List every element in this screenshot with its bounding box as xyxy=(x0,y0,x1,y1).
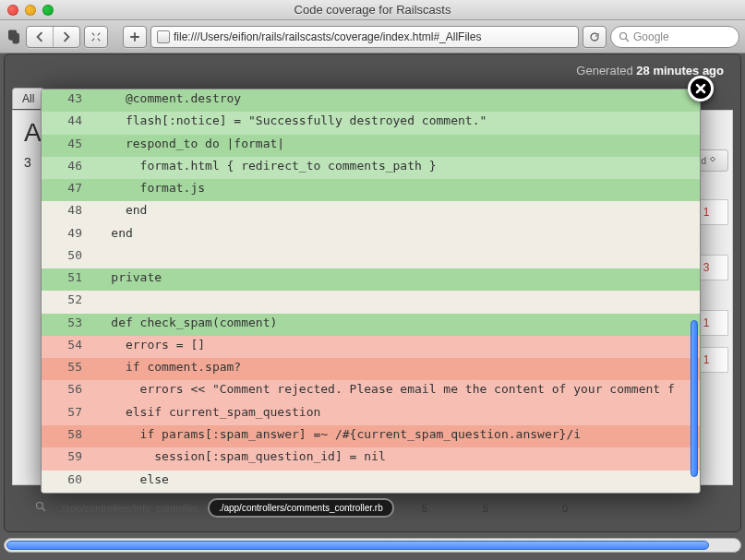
code-line: 50 xyxy=(42,246,700,268)
zoom-window-button[interactable] xyxy=(42,5,54,16)
window-scrollbar-thumb[interactable] xyxy=(6,541,709,550)
line-number: 58 xyxy=(42,425,82,447)
close-window-button[interactable] xyxy=(7,5,18,16)
breadcrumb-col2: 5 xyxy=(455,500,516,517)
bg-count: 3 xyxy=(24,155,31,170)
code-text: else xyxy=(82,471,700,493)
code-line: 60 else xyxy=(42,471,700,493)
breadcrumb-col1: 5 xyxy=(394,500,455,517)
source-modal: 43 @comment.destroy44 flash[:notice] = "… xyxy=(41,89,701,494)
code-text: elsif current_spam_question xyxy=(82,403,700,425)
minimize-window-button[interactable] xyxy=(25,5,36,16)
evernote-icon[interactable] xyxy=(6,29,22,45)
code-text: errors = [] xyxy=(82,336,700,358)
window-horizontal-scrollbar[interactable] xyxy=(4,538,741,553)
code-line: 53 def check_spam(comment) xyxy=(42,314,700,336)
traffic-lights xyxy=(7,5,54,16)
code-table: 43 @comment.destroy44 flash[:notice] = "… xyxy=(42,89,700,493)
line-number: 48 xyxy=(42,201,82,223)
file-breadcrumb: ./app/controllers/info_controller. ./app… xyxy=(35,498,595,518)
code-text: errors << "Comment rejected. Please emai… xyxy=(82,380,700,402)
window-title: Code coverage for Railscasts xyxy=(294,3,451,17)
nav-buttons xyxy=(26,26,80,48)
line-number: 59 xyxy=(42,447,82,470)
code-line: 49 end xyxy=(42,224,700,246)
window-titlebar: Code coverage for Railscasts xyxy=(0,0,745,20)
line-number: 47 xyxy=(42,179,82,201)
forward-button[interactable] xyxy=(54,27,79,47)
line-number: 54 xyxy=(42,336,82,358)
search-icon xyxy=(619,31,630,42)
svg-point-1 xyxy=(37,503,43,509)
code-text: session[:spam_question_id] = nil xyxy=(82,447,700,470)
url-text: file:///Users/eifion/rails/railscasts/co… xyxy=(174,30,481,43)
code-line: 58 if params[:spam_answer] =~ /#{current… xyxy=(42,425,700,447)
code-line: 51 private xyxy=(42,268,700,291)
code-line: 56 errors << "Comment rejected. Please e… xyxy=(42,380,700,402)
code-line: 48 end xyxy=(42,201,700,223)
line-number: 50 xyxy=(42,246,82,268)
code-line: 59 session[:spam_question_id] = nil xyxy=(42,447,700,470)
line-number: 56 xyxy=(42,380,82,402)
breadcrumb-current[interactable]: ./app/controllers/comments_controller.rb xyxy=(208,498,394,518)
bg-heading: A xyxy=(24,118,42,148)
code-text xyxy=(82,291,700,313)
code-text: end xyxy=(82,224,700,246)
code-text: if params[:spam_answer] =~ /#{current_sp… xyxy=(82,425,700,447)
code-text: respond_to do |format| xyxy=(82,135,700,157)
line-number: 43 xyxy=(42,89,82,112)
code-text: format.js xyxy=(82,179,700,201)
breadcrumb-col3: 0 xyxy=(516,500,595,517)
line-number: 44 xyxy=(42,112,82,134)
line-number: 60 xyxy=(42,471,82,493)
svg-point-0 xyxy=(620,32,627,39)
code-line: 45 respond_to do |format| xyxy=(42,135,700,157)
expose-button[interactable] xyxy=(84,26,108,48)
file-icon xyxy=(157,30,170,43)
modal-scrollbar[interactable] xyxy=(689,93,698,489)
code-text: end xyxy=(82,201,700,223)
code-text: def check_spam(comment) xyxy=(82,314,700,336)
code-text: format.html { redirect_to comments_path … xyxy=(82,157,700,179)
code-text xyxy=(82,246,700,268)
code-line: 54 errors = [] xyxy=(42,336,700,358)
code-line: 43 @comment.destroy xyxy=(42,89,700,112)
code-line: 55 if comment.spam? xyxy=(42,358,700,380)
url-bar[interactable]: file:///Users/eifion/rails/railscasts/co… xyxy=(150,26,579,48)
add-tab-button[interactable] xyxy=(123,26,147,48)
line-number: 51 xyxy=(42,268,82,291)
code-line: 47 format.js xyxy=(42,179,700,201)
browser-toolbar: file:///Users/eifion/rails/railscasts/co… xyxy=(0,20,745,54)
line-number: 52 xyxy=(42,291,82,313)
reload-button[interactable] xyxy=(583,26,607,48)
line-number: 55 xyxy=(42,358,82,380)
code-line: 57 elsif current_spam_question xyxy=(42,403,700,425)
breadcrumb-prev[interactable]: ./app/controllers/info_controller. xyxy=(52,500,208,517)
line-number: 45 xyxy=(42,135,82,157)
code-text: if comment.spam? xyxy=(82,358,700,380)
code-line: 52 xyxy=(42,291,700,313)
search-placeholder: Google xyxy=(633,30,669,43)
modal-scrollbar-thumb[interactable] xyxy=(691,320,698,477)
line-number: 57 xyxy=(42,403,82,425)
line-number: 53 xyxy=(42,314,82,336)
line-number: 49 xyxy=(42,224,82,246)
code-text: private xyxy=(82,268,700,291)
line-number: 46 xyxy=(42,157,82,179)
code-scroll-area[interactable]: 43 @comment.destroy44 flash[:notice] = "… xyxy=(42,89,700,493)
code-text: flash[:notice] = "Successfully destroyed… xyxy=(82,112,700,134)
search-box[interactable]: Google xyxy=(610,26,739,48)
modal-close-button[interactable] xyxy=(688,76,714,101)
code-line: 46 format.html { redirect_to comments_pa… xyxy=(42,157,700,179)
code-line: 44 flash[:notice] = "Successfully destro… xyxy=(42,112,700,134)
code-text: @comment.destroy xyxy=(82,89,700,112)
breadcrumb-search-icon[interactable] xyxy=(35,501,46,515)
back-button[interactable] xyxy=(27,27,54,47)
